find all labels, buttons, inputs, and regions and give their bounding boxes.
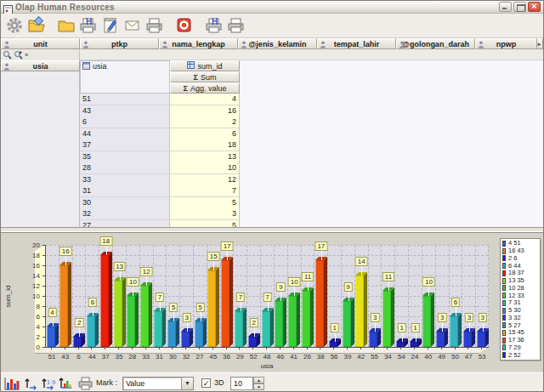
chart-type-icon[interactable] <box>4 376 20 391</box>
row-header-cell[interactable]: 6 <box>80 116 170 128</box>
row-header-cell[interactable]: 37 <box>80 139 170 151</box>
open-cube-icon[interactable] <box>26 15 48 37</box>
save-h-printer-icon[interactable]: H <box>77 15 99 37</box>
threed-checkbox[interactable]: ✓ <box>201 378 211 388</box>
bar-40[interactable] <box>422 296 431 347</box>
value-cell[interactable]: 12 <box>170 174 240 186</box>
value-cell[interactable]: 13 <box>170 151 240 163</box>
legend-item[interactable]: 2 52 <box>502 351 540 359</box>
row-header-cell[interactable]: 35 <box>80 151 170 163</box>
bar-30[interactable] <box>167 321 176 347</box>
bar-50[interactable] <box>450 316 458 347</box>
print-chart-icon[interactable] <box>77 376 93 391</box>
bar-6[interactable] <box>73 337 82 347</box>
row-header-cell[interactable]: 33 <box>80 174 170 186</box>
print-report-icon[interactable] <box>225 15 247 37</box>
bar-51[interactable] <box>47 327 55 347</box>
value-cell[interactable]: 16 <box>170 105 240 117</box>
field-header-ptkp[interactable]: ptkp <box>80 38 159 49</box>
value-label: 5 <box>169 303 178 312</box>
bar-53[interactable] <box>477 332 485 347</box>
bar-32[interactable] <box>181 332 190 347</box>
row-header-cell[interactable]: 51 <box>80 94 170 105</box>
legend-item[interactable]: 10 28 <box>502 285 540 293</box>
value-cell[interactable]: 6 <box>170 128 240 140</box>
bar-45[interactable] <box>207 270 216 347</box>
value-cell[interactable]: 7 <box>170 185 240 197</box>
title-bar[interactable]: Olap Human Resources <box>1 1 543 14</box>
row-header-cell[interactable]: 27 <box>80 220 170 228</box>
row-header-cell[interactable]: 31 <box>80 185 170 197</box>
bar-43[interactable] <box>60 265 68 347</box>
bar-52[interactable] <box>248 337 257 347</box>
bar-47[interactable] <box>463 332 472 347</box>
toolbar-overflow-chevron[interactable]: » <box>25 51 28 60</box>
value-cell[interactable]: 3 <box>170 208 240 220</box>
bar-33[interactable] <box>140 286 149 347</box>
pivot-row-field-usia[interactable]: usia <box>80 60 170 94</box>
value-cell[interactable]: 18 <box>170 139 240 151</box>
bar-29[interactable] <box>235 311 243 347</box>
close-button[interactable] <box>528 2 541 12</box>
bar-26[interactable] <box>302 291 310 347</box>
bar-27[interactable] <box>195 321 203 347</box>
field-header-npwp[interactable]: npwp <box>475 38 537 49</box>
field-header-jeniskelamin[interactable]: @jenis_kelamin <box>238 38 317 49</box>
bar-41[interactable] <box>288 296 297 347</box>
row-header-cell[interactable]: 44 <box>80 128 170 140</box>
pivot-measure-sum_id[interactable]: sum_id <box>170 60 240 71</box>
bar-28[interactable] <box>127 296 135 347</box>
row-axis-field-usia[interactable]: usia <box>1 60 80 71</box>
bar-34[interactable] <box>382 291 391 347</box>
spinner-value[interactable]: 10 <box>230 377 253 390</box>
value-cell[interactable]: 2 <box>170 116 240 128</box>
bar-38[interactable] <box>315 260 324 347</box>
spinner-down-button[interactable]: ▼ <box>253 383 264 390</box>
bar-46[interactable] <box>275 301 283 347</box>
swap-axes-icon[interactable] <box>23 376 38 391</box>
field-header-tempatlahir[interactable]: tempat_lahir <box>317 38 396 49</box>
legend-label: 2 6 <box>508 255 517 262</box>
mark-combobox[interactable]: Value ▼ <box>122 377 194 390</box>
values-axis-icon[interactable] <box>59 376 74 391</box>
bar-44[interactable] <box>87 316 95 347</box>
pivot-sum-cell[interactable]: Σ Sum <box>170 71 240 82</box>
row-header-cell[interactable]: 32 <box>80 208 170 220</box>
legend-item[interactable]: 7 29 <box>502 344 540 352</box>
field-header-namalengkap[interactable]: nama_lengkap <box>159 38 238 49</box>
export-h-printer-icon[interactable]: H <box>203 15 225 37</box>
bar-31[interactable] <box>154 311 162 347</box>
bar-42[interactable] <box>355 276 364 347</box>
folder-icon[interactable] <box>55 15 77 37</box>
legend-item[interactable]: 3 32 <box>502 315 540 322</box>
bar-48[interactable] <box>262 311 270 347</box>
minimize-button[interactable] <box>499 2 512 12</box>
row-header-cell[interactable]: 28 <box>80 162 170 174</box>
value-cell[interactable]: 4 <box>170 94 240 105</box>
printer-icon[interactable] <box>144 15 166 37</box>
spinner-up-button[interactable]: ▲ <box>253 377 264 383</box>
value-cell[interactable]: 10 <box>170 162 240 174</box>
sort-axis-icon[interactable]: 1·9 <box>41 376 56 391</box>
legend-item[interactable]: 2 6 <box>502 255 540 263</box>
envelope-icon[interactable] <box>122 15 144 37</box>
pivot-agg-value-cell[interactable]: Σ Agg. value <box>170 82 240 94</box>
value-cell[interactable]: 5 <box>170 220 240 228</box>
bar-36[interactable] <box>221 260 230 347</box>
field-header-golongandarah[interactable]: @golongan_darah <box>396 38 475 49</box>
field-header-unit[interactable]: unit <box>1 38 80 49</box>
power-off-icon[interactable] <box>173 15 196 37</box>
edit-note-icon[interactable] <box>99 15 122 37</box>
bar-55[interactable] <box>369 332 377 347</box>
maximize-button[interactable] <box>513 2 526 12</box>
combobox-dropdown-icon[interactable]: ▼ <box>181 378 193 389</box>
gear-icon[interactable] <box>3 15 26 37</box>
value-label-connector <box>268 301 269 311</box>
row-header-cell[interactable]: 30 <box>80 197 170 209</box>
bar-37[interactable] <box>100 255 109 347</box>
bar-35[interactable] <box>114 281 122 347</box>
bar-39[interactable] <box>343 301 351 347</box>
value-cell[interactable]: 5 <box>170 197 240 209</box>
bar-49[interactable] <box>436 332 445 347</box>
row-header-cell[interactable]: 43 <box>80 105 170 117</box>
